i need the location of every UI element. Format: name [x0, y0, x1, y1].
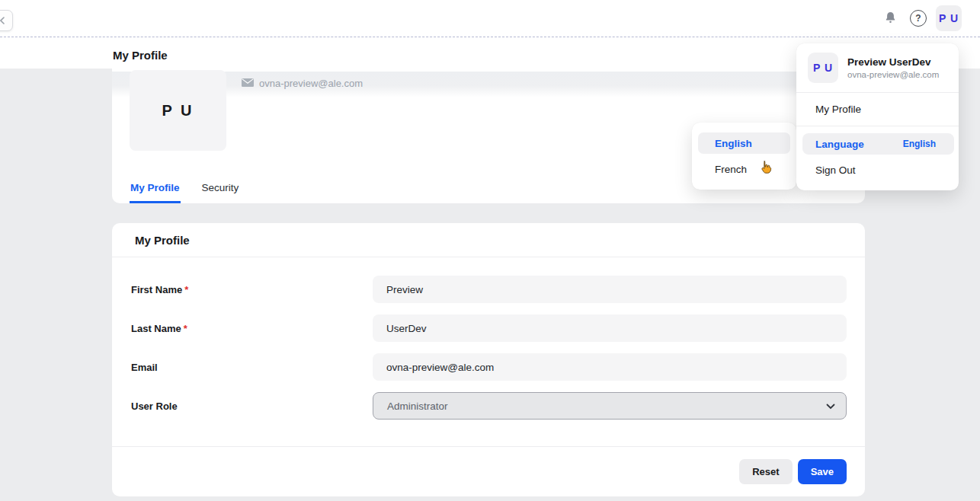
last-name-field[interactable]: [373, 314, 847, 342]
top-bar: ? P U: [0, 0, 980, 37]
email-label: Email: [131, 362, 373, 373]
last-name-label: Last Name*: [131, 323, 373, 334]
question-mark-icon: ?: [915, 13, 921, 24]
form-card-header: My Profile: [112, 223, 865, 257]
form-card-title: My Profile: [135, 234, 190, 247]
language-submenu: English French: [692, 123, 796, 190]
required-asterisk: *: [184, 284, 188, 295]
notifications-button[interactable]: [882, 11, 898, 27]
profile-avatar: P U: [130, 70, 226, 151]
first-name-label: First Name*: [131, 284, 373, 295]
tab-my-profile[interactable]: My Profile: [130, 182, 181, 203]
user-dropdown-menu: P U Preview UserDev ovna-preview@ale.com…: [796, 43, 959, 190]
bell-icon: [884, 11, 897, 27]
profile-form: First Name* Last Name* Email User Role: [112, 257, 865, 420]
language-option-french[interactable]: French: [698, 158, 790, 180]
menu-item-language[interactable]: Language English: [802, 133, 954, 155]
user-role-select[interactable]: Administrator: [373, 392, 847, 420]
language-option-english[interactable]: English: [698, 132, 790, 154]
language-label: Language: [815, 139, 864, 150]
avatar-initials: P U: [939, 12, 959, 24]
email-field[interactable]: [373, 353, 847, 381]
user-email: ovna-preview@ale.com: [847, 70, 939, 79]
profile-email: ovna-preview@ale.com: [259, 78, 363, 89]
form-row-email: Email: [131, 353, 847, 381]
user-name: Preview UserDev: [847, 56, 939, 68]
language-current-value: English: [903, 139, 936, 149]
first-name-field[interactable]: [373, 276, 847, 303]
back-button[interactable]: [0, 10, 13, 31]
user-menu-identity: Preview UserDev ovna-preview@ale.com: [847, 56, 939, 79]
menu-item-sign-out[interactable]: Sign Out: [796, 155, 959, 185]
form-card-footer: Reset Save: [112, 446, 865, 496]
form-row-last-name: Last Name*: [131, 314, 847, 342]
avatar-initials: P U: [813, 62, 833, 74]
my-profile-form-card: My Profile First Name* Last Name* Email: [112, 223, 865, 496]
user-role-label: User Role: [131, 400, 373, 412]
tab-security[interactable]: Security: [201, 182, 240, 203]
profile-tabs: My Profile Security: [130, 182, 239, 203]
required-asterisk: *: [184, 323, 187, 334]
form-row-user-role: User Role Administrator: [131, 392, 847, 420]
envelope-icon: [242, 78, 254, 89]
menu-item-my-profile[interactable]: My Profile: [796, 93, 959, 126]
profile-email-row: ovna-preview@ale.com: [242, 78, 363, 89]
save-button[interactable]: Save: [798, 459, 847, 484]
reset-button[interactable]: Reset: [739, 459, 792, 484]
user-role-value: Administrator: [387, 400, 448, 412]
page-title: My Profile: [113, 49, 168, 62]
menu-divider: [796, 126, 959, 126]
chevron-down-icon: [826, 400, 835, 412]
app-window: ? P U My Profile P U ovna-preview@ale.co…: [0, 0, 980, 501]
help-button[interactable]: ?: [910, 10, 927, 27]
form-row-first-name: First Name*: [131, 276, 847, 303]
user-menu-header: P U Preview UserDev ovna-preview@ale.com: [796, 43, 959, 92]
avatar-initials: P U: [162, 102, 194, 120]
user-avatar-button[interactable]: P U: [936, 5, 962, 31]
chevron-left-icon: [0, 14, 6, 27]
user-menu-avatar: P U: [808, 53, 838, 83]
